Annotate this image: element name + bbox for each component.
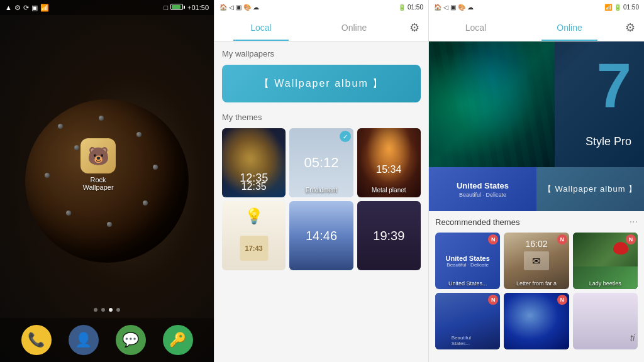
- middle-content: My wallpapers 【 Wallpaper album 】 My the…: [214, 41, 428, 362]
- theme-preview-gold: 12:35: [222, 128, 286, 197]
- theme-icon-sm: 🎨: [243, 4, 251, 11]
- themes-grid: 12:35 05:12 ✓ Enfoldment 15:34 Metal pla…: [222, 128, 421, 270]
- rec-card-us[interactable]: United States Beautiful · Delicate N Uni…: [435, 233, 500, 289]
- rec-name-ladybug: Lady beetles: [573, 280, 638, 287]
- dot-3[interactable]: [109, 308, 113, 312]
- right-status-bar: 🏠 ◁ ▣ 🎨 ☁ 📶 🔋 01:50: [429, 0, 644, 14]
- rec-card-b2[interactable]: N: [504, 293, 569, 349]
- battery-r: 🔋: [614, 4, 621, 11]
- middle-status-bar: 🏠 ◁ ▣ 🎨 ☁ 🔋 01:50: [214, 0, 428, 14]
- back-icon-r: ◁: [443, 4, 448, 11]
- dock-messages[interactable]: 💬: [116, 325, 146, 355]
- tab-online[interactable]: Online: [308, 14, 401, 41]
- bear-emoji: 🐻: [87, 146, 109, 167]
- wallpaper-album-button[interactable]: 【 Wallpaper album 】: [222, 65, 421, 102]
- dock-contacts[interactable]: 👤: [69, 325, 99, 355]
- battery-sm: 🔋: [398, 4, 406, 11]
- ti-text: ti: [630, 333, 635, 343]
- calendar-widget: 17:43: [240, 236, 268, 261]
- bottom-dock: 📞 👤 💬 🔑: [0, 318, 214, 362]
- settings-gear-middle[interactable]: ⚙: [401, 14, 428, 41]
- featured-us-card[interactable]: United States Beautiful · Delicate: [429, 167, 536, 211]
- theme-card-enfoldment[interactable]: 05:12 ✓ Enfoldment: [289, 128, 353, 197]
- theme-time-2: 05:12: [304, 155, 338, 171]
- style-pro-text: Style Pro: [586, 135, 631, 148]
- settings-gear-right[interactable]: ⚙: [616, 14, 644, 41]
- app-icon-container[interactable]: 🐻 RockWallpaper: [80, 138, 116, 191]
- rec-card-b1[interactable]: Beautiful States... N: [435, 293, 500, 349]
- theme-preview-blue: 14:46: [289, 201, 353, 270]
- dot-1[interactable]: [94, 308, 97, 312]
- rec-card-letter[interactable]: ✉ 16:02 N Letter from far a: [504, 233, 569, 289]
- featured-top[interactable]: 7 Style Pro: [429, 41, 644, 167]
- theme-card-blue[interactable]: 14:46: [289, 201, 353, 270]
- app-label: RockWallpaper: [82, 176, 113, 191]
- dock-phone[interactable]: 📞: [21, 325, 52, 355]
- dot-4[interactable]: [116, 308, 120, 312]
- tab-local[interactable]: Local: [214, 14, 308, 41]
- my-wallpapers-title: My wallpapers: [222, 49, 421, 58]
- n-badge-3: N: [626, 234, 636, 244]
- theme-card-metal[interactable]: 15:34 Metal planet: [357, 128, 421, 197]
- battery-icon: [170, 4, 185, 11]
- theme-card-gold[interactable]: 12:35: [222, 128, 286, 197]
- rec-preview-ti: ti: [573, 293, 638, 349]
- theme-card-purple[interactable]: 19:39: [357, 201, 421, 270]
- dot-2[interactable]: [101, 308, 105, 312]
- theme-time-5: 14:46: [306, 229, 337, 243]
- middle-status-left: 🏠 ◁ ▣ 🎨 ☁: [219, 4, 259, 11]
- page-dots: [94, 308, 120, 312]
- home-icon-r: 🏠: [434, 4, 441, 11]
- rock-wallpaper-icon[interactable]: 🐻: [80, 138, 116, 173]
- theme-preview-purple: 19:39: [357, 201, 421, 270]
- home-icon-sm: 🏠: [219, 4, 227, 11]
- right-recommended-section: Recommended themes ··· United States Bea…: [429, 211, 644, 362]
- peacock-decoration: [429, 41, 555, 167]
- recommended-grid: United States Beautiful · Delicate N Uni…: [435, 233, 638, 349]
- status-time: +01:50: [187, 4, 209, 11]
- settings-icon: ⚙: [14, 4, 21, 12]
- us-subtitle: Beautiful · Delicate: [459, 192, 506, 198]
- theme-name-metal: Metal planet: [357, 187, 421, 194]
- right-tab-local[interactable]: Local: [429, 14, 523, 41]
- theme-time-3: 15:34: [376, 164, 401, 175]
- battery-indicator: [170, 4, 185, 10]
- theme-time-1: 12:35: [242, 181, 267, 192]
- app-icon-sm: ▣: [31, 4, 38, 12]
- right-tab-bar: Local Online ⚙: [429, 14, 644, 41]
- rec-card-ladybug[interactable]: N Lady beetles: [573, 233, 638, 289]
- us-title: United States: [457, 181, 509, 190]
- right-status-right: 📶 🔋 01:50: [604, 4, 639, 11]
- my-themes-title: My themes: [222, 112, 421, 122]
- theme-check-badge: ✓: [340, 131, 351, 142]
- rec-us-text: United States: [446, 255, 490, 262]
- right-status-left: 🏠 ◁ ▣ 🎨 ☁: [434, 4, 474, 11]
- more-button[interactable]: ···: [630, 216, 638, 228]
- left-panel: ▲ ⚙ ⟳ ▣ 📶 □ +01:50 🐻 RockWallpaper: [0, 0, 214, 362]
- status-bar-left: ▲ ⚙ ⟳ ▣ 📶 □ +01:50: [0, 0, 214, 15]
- android-icon: ▲: [5, 4, 12, 11]
- left-status-icons: ▲ ⚙ ⟳ ▣ 📶: [5, 4, 49, 12]
- dock-keys[interactable]: 🔑: [163, 325, 193, 355]
- right-status-icons: □ +01:50: [164, 4, 209, 11]
- network-icon: 📶: [40, 4, 49, 12]
- middle-panel: 🏠 ◁ ▣ 🎨 ☁ 🔋 01:50 Local Online ⚙ My wall…: [214, 0, 429, 362]
- app-r: ▣: [450, 4, 456, 11]
- theme-card-lamp[interactable]: 💡 17:43: [222, 201, 286, 270]
- right-panel: 🏠 ◁ ▣ 🎨 ☁ 📶 🔋 01:50 Local Online ⚙ 7 Sty…: [429, 0, 644, 362]
- back-icon-sm: ◁: [229, 4, 234, 11]
- theme-preview-lamp: 💡 17:43: [222, 201, 286, 270]
- n-badge-2: N: [557, 234, 567, 244]
- recommended-header: Recommended themes ···: [435, 216, 638, 228]
- theme-time-6: 19:39: [373, 229, 404, 243]
- recommended-title: Recommended themes: [435, 217, 519, 227]
- featured-section: 7 Style Pro United States Beautiful · De…: [429, 41, 644, 211]
- featured-bottom: United States Beautiful · Delicate 【 Wal…: [429, 167, 644, 211]
- rec-name-letter: Letter from far a: [504, 280, 569, 287]
- featured-album-card[interactable]: 【 Wallpaper album 】: [536, 167, 644, 211]
- right-time: 01:50: [623, 4, 639, 11]
- rec-us-sub: Beautiful · Delicate: [447, 262, 489, 268]
- right-tab-online[interactable]: Online: [523, 14, 616, 41]
- sim-icon: □: [164, 4, 168, 11]
- rec-card-ti[interactable]: ti: [573, 293, 638, 349]
